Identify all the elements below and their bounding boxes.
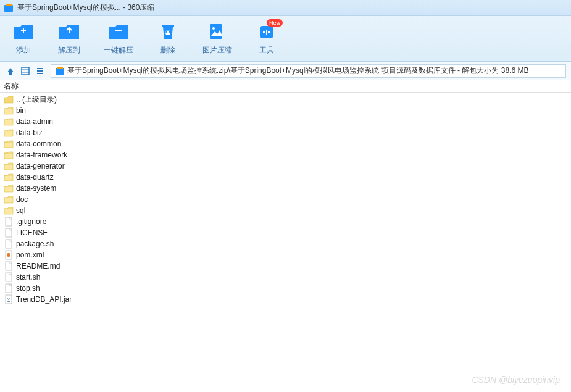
svg-rect-3 xyxy=(23,28,24,33)
archive-icon xyxy=(55,66,65,76)
xml-icon xyxy=(4,250,14,260)
main-toolbar: 添加解压到一键解压删除图片压缩工具New xyxy=(0,16,571,62)
pathbar: 基于SpringBoot+Mysql的模拟风电场监控系统.zip\基于Sprin… xyxy=(0,62,571,80)
file-list: .. (上级目录)bindata-admindata-bizdata-commo… xyxy=(0,93,571,306)
folder-row[interactable]: data-framework xyxy=(4,149,567,161)
app-icon xyxy=(4,3,14,13)
folder-icon xyxy=(4,183,14,193)
file-name: sql xyxy=(16,206,25,215)
file-name: pom.xml xyxy=(16,251,44,259)
toolbar-label: 工具 xyxy=(259,45,274,56)
svg-rect-17 xyxy=(57,67,63,69)
svg-rect-20 xyxy=(6,240,12,248)
nav-up-icon[interactable] xyxy=(5,65,16,77)
column-header[interactable]: 名称 xyxy=(0,80,571,93)
svg-rect-18 xyxy=(6,217,12,226)
folder-row[interactable]: sql xyxy=(4,205,567,216)
svg-rect-5 xyxy=(162,25,174,27)
folder-icon xyxy=(4,161,14,171)
parent-dir-row[interactable]: .. (上级目录) xyxy=(4,94,567,105)
svg-rect-16 xyxy=(56,68,64,75)
file-icon xyxy=(4,239,14,249)
file-name: data-generator xyxy=(16,162,65,170)
toolbar-label: 图片压缩 xyxy=(202,45,232,56)
file-name: README.md xyxy=(16,262,60,270)
file-row[interactable]: pom.xml xyxy=(4,249,567,261)
svg-point-8 xyxy=(212,27,215,30)
view-detail-icon[interactable] xyxy=(20,65,31,77)
file-name: doc xyxy=(16,195,28,204)
new-badge: New xyxy=(267,19,283,27)
add-icon xyxy=(12,22,35,41)
path-nav xyxy=(5,65,46,77)
folder-row[interactable]: doc xyxy=(4,194,567,205)
folder-row[interactable]: data-system xyxy=(4,183,567,194)
path-text: 基于SpringBoot+Mysql的模拟风电场监控系统.zip\基于Sprin… xyxy=(67,65,528,76)
watermark: CSDN @biyezuopinvip xyxy=(472,375,560,385)
file-row[interactable]: stop.sh xyxy=(4,283,567,294)
toolbar-image[interactable]: 图片压缩 xyxy=(202,22,232,56)
file-row[interactable]: package.sh xyxy=(4,238,567,249)
file-name: data-system xyxy=(16,184,56,193)
delete-icon xyxy=(157,22,179,41)
folder-row[interactable]: data-generator xyxy=(4,161,567,172)
titlebar: 基于SpringBoot+Mysql的模拟... - 360压缩 xyxy=(0,0,571,16)
window-title: 基于SpringBoot+Mysql的模拟... - 360压缩 xyxy=(17,2,154,13)
toolbar-oneclick[interactable]: 一键解压 xyxy=(104,22,133,56)
svg-rect-10 xyxy=(22,67,29,75)
svg-rect-25 xyxy=(6,284,12,293)
svg-rect-24 xyxy=(6,273,12,281)
file-row[interactable]: .gitignore xyxy=(4,216,567,227)
file-row[interactable]: LICENSE xyxy=(4,227,567,238)
svg-rect-0 xyxy=(4,5,13,12)
folder-icon xyxy=(4,172,14,182)
file-row[interactable]: start.sh xyxy=(4,272,567,283)
file-icon xyxy=(4,261,14,271)
svg-rect-23 xyxy=(6,262,12,270)
toolbar-extract[interactable]: 解压到 xyxy=(58,22,80,56)
file-row[interactable]: README.md xyxy=(4,261,567,272)
file-name: .. (上级目录) xyxy=(16,94,57,105)
folder-icon xyxy=(4,206,14,215)
folder-icon xyxy=(4,117,14,127)
folder-row[interactable]: data-biz xyxy=(4,127,567,138)
folder-row[interactable]: data-admin xyxy=(4,116,567,127)
file-icon xyxy=(4,272,14,282)
svg-rect-4 xyxy=(115,30,122,31)
folder-icon xyxy=(4,139,14,149)
column-name: 名称 xyxy=(4,81,19,91)
toolbar-label: 解压到 xyxy=(58,45,80,56)
image-icon xyxy=(206,22,228,41)
file-name: data-common xyxy=(16,140,61,148)
toolbar-label: 添加 xyxy=(16,45,31,56)
folder-row[interactable]: bin xyxy=(4,105,567,116)
toolbar-delete[interactable]: 删除 xyxy=(157,22,179,56)
file-icon xyxy=(4,228,14,238)
svg-rect-19 xyxy=(6,228,12,237)
file-icon xyxy=(4,283,14,293)
file-name: data-biz xyxy=(16,128,43,137)
file-icon xyxy=(4,217,14,227)
file-row[interactable]: TrendDB_API.jar xyxy=(4,294,567,305)
svg-point-22 xyxy=(7,253,10,257)
file-name: start.sh xyxy=(16,273,40,281)
folder-icon xyxy=(4,106,14,115)
file-name: .gitignore xyxy=(16,217,46,226)
folder-icon xyxy=(4,128,14,138)
folder-row[interactable]: data-quartz xyxy=(4,172,567,183)
file-name: stop.sh xyxy=(16,284,40,293)
jar-icon xyxy=(4,294,14,304)
file-name: data-framework xyxy=(16,151,67,159)
svg-rect-1 xyxy=(6,4,12,6)
toolbar-add[interactable]: 添加 xyxy=(12,22,35,56)
toolbar-tools[interactable]: 工具New xyxy=(256,22,278,56)
path-input[interactable]: 基于SpringBoot+Mysql的模拟风电场监控系统.zip\基于Sprin… xyxy=(51,64,566,78)
toolbar-label: 一键解压 xyxy=(104,45,133,56)
toolbar-label: 删除 xyxy=(160,45,175,56)
up-icon xyxy=(4,94,14,104)
folder-icon xyxy=(4,194,14,204)
folder-row[interactable]: data-common xyxy=(4,138,567,149)
extract-icon xyxy=(58,22,80,41)
view-list-icon[interactable] xyxy=(35,65,46,77)
file-name: bin xyxy=(16,106,26,115)
